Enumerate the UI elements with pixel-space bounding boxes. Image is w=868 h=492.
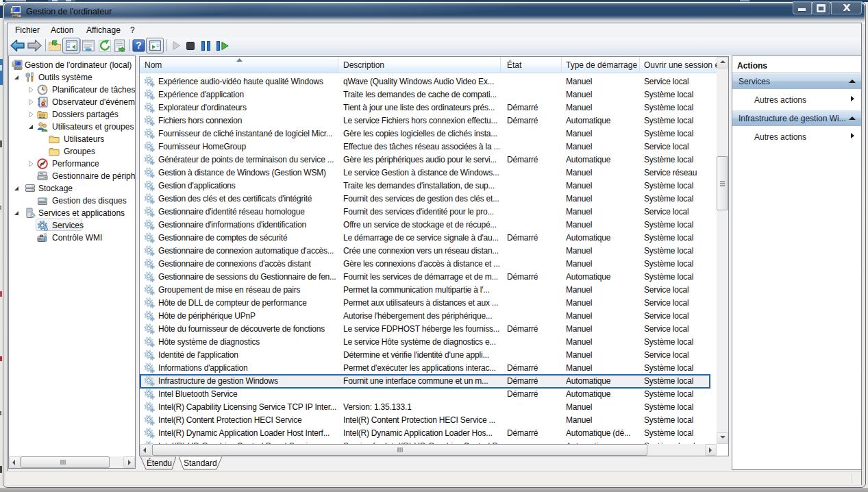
svg-text:?: ? — [136, 40, 141, 51]
